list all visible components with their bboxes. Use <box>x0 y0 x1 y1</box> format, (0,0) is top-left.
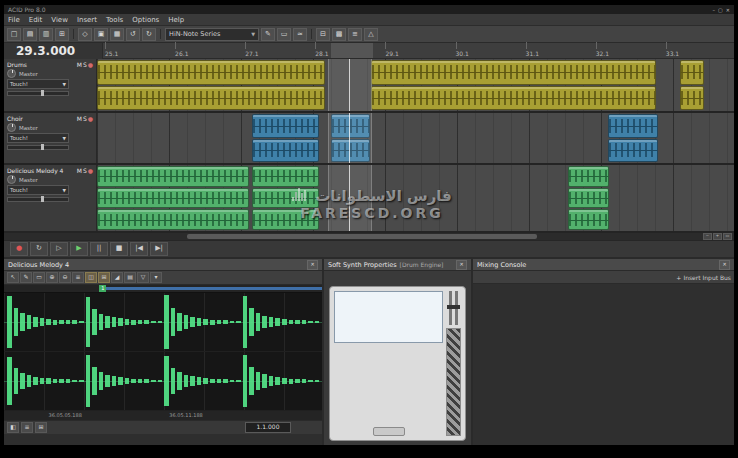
track-volume-slider[interactable] <box>7 197 69 202</box>
audio-clip[interactable] <box>252 139 318 163</box>
marker-strip[interactable]: 1 <box>4 285 322 293</box>
solo-button[interactable]: S <box>83 61 87 68</box>
track-header[interactable]: ChoirMS●MasterTouch!▼ <box>4 113 97 163</box>
metronome-icon[interactable]: △ <box>364 28 378 41</box>
more-options-icon[interactable]: ▾ <box>150 272 162 283</box>
track-fx-dropdown[interactable]: Touch!▼ <box>7 133 69 143</box>
open-icon[interactable]: ▤ <box>23 28 37 41</box>
zoom-out-icon[interactable]: ⊖ <box>59 272 71 283</box>
volume-knob[interactable] <box>7 123 16 132</box>
bus-assignment[interactable]: Master <box>7 123 93 132</box>
audio-clip[interactable] <box>608 114 658 138</box>
redo-icon[interactable]: ↻ <box>142 28 156 41</box>
audio-clip[interactable] <box>568 188 609 209</box>
channels-icon[interactable]: ▤ <box>124 272 136 283</box>
insert-input-bus-button[interactable]: + Insert Input Bus <box>676 274 731 281</box>
go-to-start-button[interactable]: |◀ <box>130 242 148 256</box>
zoom-button-2[interactable]: ▭ <box>723 233 732 240</box>
pause-button[interactable]: || <box>90 242 108 256</box>
loop-region-bar[interactable] <box>99 287 322 290</box>
mute-button[interactable]: M <box>77 167 82 174</box>
audio-clip[interactable] <box>680 60 704 85</box>
audio-clip[interactable] <box>97 86 325 111</box>
loop-region-icon[interactable]: ◫ <box>85 272 97 283</box>
volume-knob[interactable] <box>7 175 16 184</box>
track-header[interactable]: Delicious Melody 4MS●MasterTouch!▼ <box>4 165 97 231</box>
position-readout[interactable]: 1.1.000 <box>245 422 291 433</box>
fade-icon[interactable]: ◢ <box>111 272 123 283</box>
mod-slider[interactable] <box>455 291 458 325</box>
arm-record-button[interactable]: ● <box>88 61 93 68</box>
loop-playback-button[interactable]: ↻ <box>30 242 48 256</box>
track-volume-slider[interactable] <box>7 91 69 96</box>
close-button[interactable]: ✕ <box>726 7 730 13</box>
mute-button[interactable]: M <box>77 115 82 122</box>
audio-clip[interactable] <box>97 166 249 187</box>
zoom-button-1[interactable]: + <box>713 233 722 240</box>
zoom-in-icon[interactable]: ⊕ <box>46 272 58 283</box>
track-header[interactable]: DrumsMS●MasterTouch!▼ <box>4 59 97 111</box>
stop-button[interactable]: ■ <box>110 242 128 256</box>
arm-record-button[interactable]: ● <box>88 115 93 122</box>
undo-icon[interactable]: ↺ <box>126 28 140 41</box>
audio-clip[interactable] <box>331 114 370 138</box>
minimize-button[interactable]: – <box>713 7 716 13</box>
draw-tool-icon[interactable]: ✎ <box>20 272 32 283</box>
audio-clip[interactable] <box>97 188 249 209</box>
play-button[interactable]: ▶ <box>70 242 88 256</box>
grid-icon[interactable]: ▩ <box>332 28 346 41</box>
clip-editor-titlebar[interactable]: Delicious Melody 4 ✕ <box>4 259 322 271</box>
marker-icon[interactable]: ▽ <box>137 272 149 283</box>
erase-tool-icon[interactable]: ▭ <box>277 28 291 41</box>
marker-flag[interactable]: 1 <box>99 285 106 292</box>
scrollbar-thumb[interactable] <box>187 234 537 239</box>
play-from-start-button[interactable]: ▷ <box>50 242 68 256</box>
horizontal-scrollbar[interactable]: −+▭ <box>4 233 734 240</box>
arm-record-button[interactable]: ● <box>88 167 93 174</box>
audio-clip[interactable] <box>252 166 318 187</box>
close-icon[interactable]: ✕ <box>307 260 318 270</box>
properties-icon[interactable]: ⊞ <box>55 28 69 41</box>
menu-item-edit[interactable]: Edit <box>29 16 43 24</box>
solo-button[interactable]: S <box>83 167 87 174</box>
pitch-slider[interactable] <box>449 291 452 325</box>
audio-clip[interactable] <box>568 209 609 230</box>
maximize-button[interactable]: ▢ <box>718 7 723 13</box>
audio-clip[interactable] <box>371 86 656 111</box>
snap-icon[interactable]: ⊟ <box>316 28 330 41</box>
audio-clip[interactable] <box>331 139 370 163</box>
audio-clip[interactable] <box>252 114 318 138</box>
bus-assignment[interactable]: Master <box>7 69 93 78</box>
mixer-icon[interactable]: ≡ <box>348 28 362 41</box>
copy-icon[interactable]: ▣ <box>94 28 108 41</box>
audio-clip[interactable] <box>252 188 318 209</box>
go-to-end-button[interactable]: ▶| <box>150 242 168 256</box>
audio-clip[interactable] <box>608 139 658 163</box>
new-project-icon[interactable]: □ <box>7 28 21 41</box>
save-icon[interactable]: ▥ <box>39 28 53 41</box>
menu-item-view[interactable]: View <box>51 16 68 24</box>
zoom-button-0[interactable]: − <box>703 233 712 240</box>
track-fx-dropdown[interactable]: Touch!▼ <box>7 185 69 195</box>
time-display[interactable]: 29.3.000 <box>4 43 103 59</box>
paste-icon[interactable]: ▦ <box>110 28 124 41</box>
erase-tool-icon[interactable]: ▭ <box>33 272 45 283</box>
audio-clip[interactable] <box>371 60 656 85</box>
audio-clip[interactable] <box>680 86 704 111</box>
menu-item-options[interactable]: Options <box>132 16 159 24</box>
track-fx-dropdown[interactable]: Touch!▼ <box>7 79 69 89</box>
device-button[interactable] <box>373 427 405 436</box>
draw-tool-icon[interactable]: ✎ <box>261 28 275 41</box>
menu-item-help[interactable]: Help <box>168 16 184 24</box>
audio-clip[interactable] <box>97 209 249 230</box>
timeline-ruler[interactable]: 25.126.127.128.129.130.131.132.133.1 <box>103 43 734 59</box>
close-icon[interactable]: ✕ <box>456 260 467 270</box>
snap-icon[interactable]: ⊞ <box>98 272 110 283</box>
audio-clip[interactable] <box>568 166 609 187</box>
solo-button[interactable]: S <box>83 115 87 122</box>
record-button[interactable]: ● <box>10 242 28 256</box>
menu-item-tools[interactable]: Tools <box>106 16 123 24</box>
envelope-tool-icon[interactable]: ≈ <box>293 28 307 41</box>
cut-icon[interactable]: ◇ <box>78 28 92 41</box>
menu-item-file[interactable]: File <box>8 16 20 24</box>
